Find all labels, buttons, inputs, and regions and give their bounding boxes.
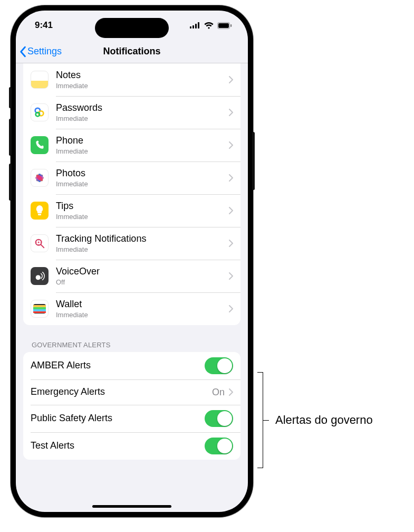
svg-rect-24 — [33, 305, 46, 307]
app-name: Photos — [56, 168, 229, 179]
phone-volume-up — [9, 119, 12, 156]
row-text: Emergency Alerts — [31, 386, 212, 398]
row-text: AMBER Alerts — [31, 360, 205, 372]
app-name: Notes — [56, 70, 229, 81]
svg-rect-27 — [33, 311, 46, 313]
status-time: 9:41 — [35, 20, 53, 31]
government-alerts-group: AMBER AlertsEmergency AlertsOnPublic Saf… — [23, 352, 240, 460]
app-row-voiceover[interactable]: VoiceOverOff — [23, 260, 240, 292]
phone-volume-down — [9, 164, 12, 201]
chevron-right-icon — [229, 109, 233, 116]
chevron-right-icon — [229, 240, 233, 247]
svg-line-20 — [41, 245, 44, 248]
toggle-switch[interactable] — [205, 357, 233, 374]
app-row-wallet[interactable]: WalletImmediate — [23, 292, 240, 325]
row-text: Test Alerts — [31, 440, 205, 452]
section-header-government-alerts: GOVERNMENT ALERTS — [16, 325, 248, 352]
app-subtitle: Immediate — [56, 115, 229, 122]
toggle-switch[interactable] — [205, 438, 233, 454]
app-name: VoiceOver — [56, 266, 229, 278]
svg-rect-18 — [38, 214, 41, 215]
svg-point-9 — [36, 112, 40, 116]
screen: 9:41 Settings Notifications NotesI — [16, 11, 248, 512]
row-text: WalletImmediate — [56, 299, 229, 319]
app-row-tracking[interactable]: Tracking NotificationsImmediate — [23, 227, 240, 260]
row-text: Tracking NotificationsImmediate — [56, 233, 229, 253]
svg-rect-25 — [33, 307, 46, 309]
alert-label: Test Alerts — [31, 440, 205, 452]
svg-rect-1 — [192, 25, 194, 28]
callout-bracket: Alertas do governo — [257, 369, 373, 471]
chevron-right-icon — [229, 305, 233, 312]
wifi-icon — [204, 22, 214, 29]
alert-label: Public Safety Alerts — [31, 413, 205, 424]
row-text: PhoneImmediate — [56, 135, 229, 155]
phone-side-button — [9, 87, 12, 108]
app-subtitle: Immediate — [56, 245, 229, 253]
dynamic-island — [95, 18, 169, 38]
status-right — [190, 22, 232, 29]
app-row-tips[interactable]: TipsImmediate — [23, 194, 240, 227]
app-subtitle: Immediate — [56, 82, 229, 90]
back-label: Settings — [27, 46, 62, 57]
svg-rect-5 — [218, 23, 229, 28]
battery-icon — [217, 22, 232, 29]
chevron-right-icon — [229, 272, 233, 280]
chevron-right-icon — [229, 207, 233, 214]
app-name: Phone — [56, 135, 229, 147]
app-row-phone[interactable]: PhoneImmediate — [23, 129, 240, 162]
content-scroll[interactable]: NotesImmediatePasswordsImmediatePhoneImm… — [16, 63, 248, 512]
chevron-right-icon — [229, 141, 233, 149]
bracket-icon — [257, 369, 269, 471]
app-name: Tracking Notifications — [56, 233, 229, 245]
alert-row-public-safety-alerts[interactable]: Public Safety Alerts — [23, 405, 240, 432]
photos-icon — [31, 169, 49, 187]
svg-point-21 — [38, 242, 40, 243]
row-text: VoiceOverOff — [56, 266, 229, 286]
row-text: TipsImmediate — [56, 201, 229, 221]
phone-power-button — [252, 132, 255, 190]
app-row-passwords[interactable]: PasswordsImmediate — [23, 96, 240, 129]
row-text: NotesImmediate — [56, 70, 229, 90]
app-notifications-group: NotesImmediatePasswordsImmediatePhoneImm… — [23, 63, 240, 325]
svg-point-22 — [36, 275, 41, 280]
back-button[interactable]: Settings — [16, 46, 62, 58]
alert-row-test-alerts[interactable]: Test Alerts — [23, 432, 240, 460]
chevron-left-icon — [19, 46, 26, 58]
nav-bar: Settings Notifications — [16, 40, 248, 63]
phone-frame: 9:41 Settings Notifications NotesI — [11, 5, 253, 517]
callout-label: Alertas do governo — [275, 413, 373, 427]
app-subtitle: Immediate — [56, 213, 229, 221]
passwords-icon — [31, 103, 49, 121]
alert-row-emergency-alerts[interactable]: Emergency AlertsOn — [23, 379, 240, 405]
wallet-icon — [31, 300, 49, 318]
tips-icon — [31, 202, 49, 220]
svg-rect-26 — [33, 309, 46, 311]
chevron-right-icon — [229, 174, 233, 182]
voiceover-icon — [31, 267, 49, 285]
app-name: Wallet — [56, 299, 229, 310]
alert-label: Emergency Alerts — [31, 386, 212, 398]
home-indicator[interactable] — [92, 505, 171, 508]
chevron-right-icon — [229, 388, 233, 396]
app-subtitle: Immediate — [56, 147, 229, 155]
app-row-notes[interactable]: NotesImmediate — [23, 63, 240, 96]
row-text: PasswordsImmediate — [56, 102, 229, 122]
app-subtitle: Immediate — [56, 180, 229, 188]
svg-rect-6 — [230, 24, 232, 27]
alert-row-amber-alerts[interactable]: AMBER Alerts — [23, 352, 240, 379]
app-row-photos[interactable]: PhotosImmediate — [23, 162, 240, 194]
tracking-icon — [31, 234, 49, 252]
row-value: On — [212, 387, 225, 398]
svg-rect-0 — [190, 26, 191, 28]
row-text: Public Safety Alerts — [31, 413, 205, 424]
toggle-switch[interactable] — [205, 410, 233, 427]
app-subtitle: Immediate — [56, 311, 229, 319]
app-name: Tips — [56, 201, 229, 212]
notes-icon — [31, 71, 49, 89]
alert-label: AMBER Alerts — [31, 360, 205, 372]
svg-rect-3 — [198, 22, 199, 28]
chevron-right-icon — [229, 76, 233, 83]
app-subtitle: Off — [56, 278, 229, 286]
phone-icon — [31, 136, 49, 154]
